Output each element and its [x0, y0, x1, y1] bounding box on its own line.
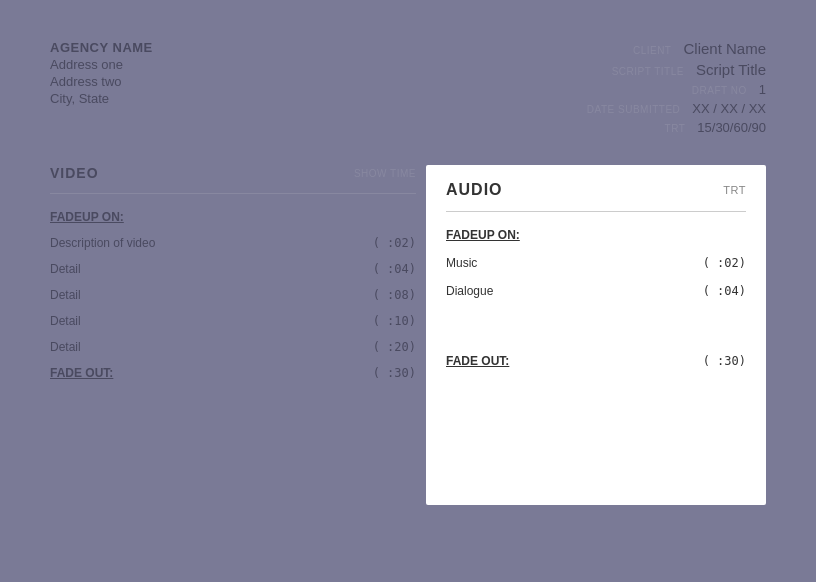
audio-time-1: ( :02): [703, 256, 746, 270]
header: AGENCY NAME Address one Address two City…: [50, 40, 766, 135]
audio-panel-title: AUDIO: [446, 181, 503, 199]
audio-row-2: Dialogue ( :04): [446, 284, 746, 298]
video-row-6: FADE OUT: ( :30): [50, 366, 416, 380]
agency-block: AGENCY NAME Address one Address two City…: [50, 40, 153, 135]
content-area: VIDEO SHOW TIME FADEUP ON: Description o…: [50, 165, 766, 505]
audio-label-2: Dialogue: [446, 284, 493, 298]
video-label-1: Description of video: [50, 236, 155, 250]
video-time-5: ( :20): [373, 340, 416, 354]
trt-value: 15/30/60/90: [697, 120, 766, 135]
script-title-label: SCRIPT TITLE: [594, 66, 684, 77]
audio-label-0: FADEUP ON:: [446, 228, 520, 242]
agency-address1: Address one: [50, 57, 153, 72]
date-submitted-label: DATE SUBMITTED: [587, 104, 680, 115]
script-title-row: SCRIPT TITLE Script Title: [594, 61, 766, 78]
audio-trt-label: TRT: [723, 184, 746, 196]
video-row-5: Detail ( :20): [50, 340, 416, 354]
video-time-6: ( :30): [373, 366, 416, 380]
video-time-4: ( :10): [373, 314, 416, 328]
draft-no-row: DRAFT NO 1: [657, 82, 766, 97]
video-label-5: Detail: [50, 340, 81, 354]
video-panel: VIDEO SHOW TIME FADEUP ON: Description o…: [50, 165, 426, 505]
agency-address2: Address two: [50, 74, 153, 89]
agency-city-state: City, State: [50, 91, 153, 106]
agency-name: AGENCY NAME: [50, 40, 153, 55]
script-title-value: Script Title: [696, 61, 766, 78]
video-panel-divider: [50, 193, 416, 194]
audio-panel-divider: [446, 211, 746, 212]
client-value: Client Name: [683, 40, 766, 57]
show-time-label: SHOW TIME: [354, 168, 416, 179]
client-row: CLIENT Client Name: [581, 40, 766, 57]
draft-no-label: DRAFT NO: [657, 85, 747, 96]
video-label-2: Detail: [50, 262, 81, 276]
audio-panel: AUDIO TRT FADEUP ON: Music ( :02) Dialog…: [426, 165, 766, 505]
video-time-3: ( :08): [373, 288, 416, 302]
video-row-1: Description of video ( :02): [50, 236, 416, 250]
video-row-2: Detail ( :04): [50, 262, 416, 276]
audio-label-3: FADE OUT:: [446, 354, 509, 368]
video-label-4: Detail: [50, 314, 81, 328]
audio-time-3: ( :30): [703, 354, 746, 368]
client-label: CLIENT: [581, 45, 671, 56]
video-time-2: ( :04): [373, 262, 416, 276]
audio-row-0: FADEUP ON:: [446, 228, 746, 242]
video-panel-title: VIDEO: [50, 165, 99, 181]
video-label-0: FADEUP ON:: [50, 210, 124, 224]
video-row-4: Detail ( :10): [50, 314, 416, 328]
date-submitted-value: XX / XX / XX: [692, 101, 766, 116]
page: AGENCY NAME Address one Address two City…: [0, 0, 816, 582]
video-row-0: FADEUP ON:: [50, 210, 416, 224]
trt-row: TRT 15/30/60/90: [595, 120, 766, 135]
trt-label: TRT: [595, 123, 685, 134]
video-panel-header: VIDEO SHOW TIME: [50, 165, 416, 181]
video-time-1: ( :02): [373, 236, 416, 250]
client-block: CLIENT Client Name SCRIPT TITLE Script T…: [581, 40, 766, 135]
draft-no-value: 1: [759, 82, 766, 97]
audio-row-1: Music ( :02): [446, 256, 746, 270]
audio-row-3: FADE OUT: ( :30): [446, 354, 746, 368]
audio-panel-header: AUDIO TRT: [446, 181, 746, 199]
video-label-6: FADE OUT:: [50, 366, 113, 380]
date-submitted-row: DATE SUBMITTED XX / XX / XX: [587, 101, 766, 116]
audio-label-1: Music: [446, 256, 477, 270]
video-row-3: Detail ( :08): [50, 288, 416, 302]
video-label-3: Detail: [50, 288, 81, 302]
audio-time-2: ( :04): [703, 284, 746, 298]
audio-spacer: [446, 312, 746, 354]
